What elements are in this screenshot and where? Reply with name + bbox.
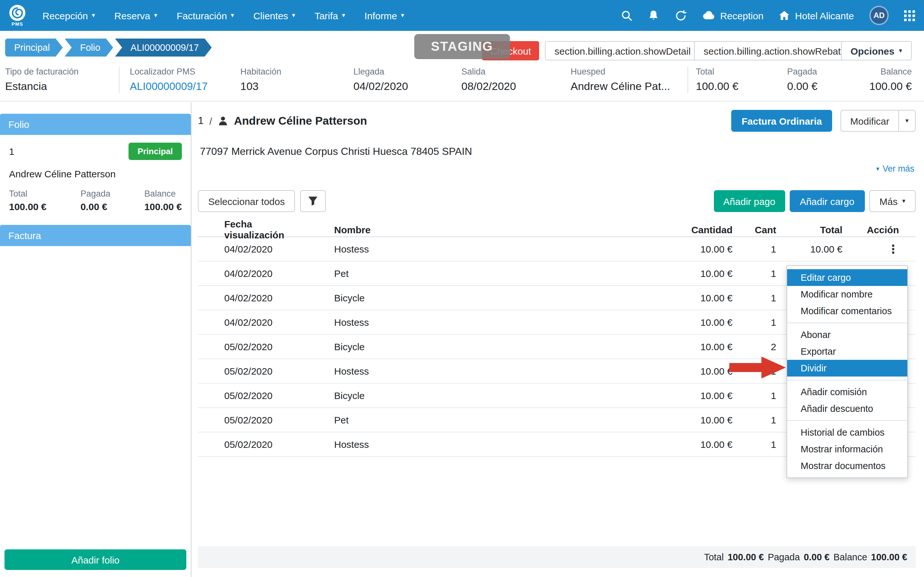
folio-card[interactable]: 1 Principal Andrew Céline Patterson Tota… <box>0 135 191 221</box>
menu-item[interactable]: Reserva ▾ <box>114 10 158 21</box>
show-rebate-button[interactable]: section.billing.action.showRebate <box>694 41 856 60</box>
more-button[interactable]: Más ▾ <box>869 190 916 212</box>
folio-guest-name: Andrew Céline Patterson <box>9 168 182 179</box>
context-menu-item[interactable]: Exportar <box>787 343 907 360</box>
menu-item-label: Reserva <box>114 10 150 21</box>
apps-grid-icon <box>904 10 915 21</box>
funnel-icon <box>308 196 319 206</box>
cell-amount: 10.00 € <box>646 317 732 328</box>
context-menu-item[interactable]: Dividir <box>787 360 907 377</box>
pms-locator-link[interactable]: ALI00000009/17 <box>130 80 240 92</box>
cell-name: Hostess <box>311 243 646 255</box>
footer-paid-value: 0.00 € <box>804 552 830 562</box>
principal-badge: Principal <box>129 143 182 160</box>
cell-name: Hostess <box>311 439 646 450</box>
cell-qty: 1 <box>732 439 776 450</box>
cell-action: ⋮ <box>848 242 916 256</box>
menu-item[interactable]: Facturación ▾ <box>177 10 234 21</box>
footer-paid-label: Pagada <box>768 552 800 562</box>
topbar-right: Reception Hotel Alicante AD <box>620 6 915 25</box>
context-menu-item[interactable]: Abonar <box>787 326 907 343</box>
column-header-action: Acción <box>848 224 916 235</box>
column-header-date: Fecha visualización <box>198 218 311 240</box>
top-navigation-bar: PMS Recepción ▾ Reserva ▾ Facturación ▾ <box>0 0 924 31</box>
select-all-button[interactable]: Seleccionar todos <box>198 190 295 212</box>
cell-amount: 10.00 € <box>646 439 732 450</box>
staging-watermark: STAGING <box>414 34 510 59</box>
context-menu-item[interactable]: Historial de cambios <box>787 424 907 441</box>
factura-section-header[interactable]: Factura <box>0 225 191 246</box>
reception-switcher[interactable]: Reception <box>702 10 763 21</box>
more-button-label: Más <box>879 196 898 206</box>
cell-amount: 10.00 € <box>646 414 732 425</box>
context-menu-item[interactable]: Mostrar información <box>787 441 907 458</box>
folio-total-label: Total <box>9 189 47 198</box>
folio-total-value: 100.00 € <box>144 201 182 212</box>
chevron-down-icon: ▾ <box>902 198 905 204</box>
menu-item[interactable]: Informe ▾ <box>364 10 404 21</box>
cell-total: 10.00 € <box>776 243 848 255</box>
context-menu-item-label: Editar cargo <box>801 272 851 283</box>
add-folio-button[interactable]: Añadir folio <box>5 550 186 570</box>
folio-section-header[interactable]: Folio <box>0 114 191 135</box>
breadcrumb-item-locator[interactable]: ALI00000009/17 <box>115 39 212 56</box>
cloud-icon <box>702 11 715 20</box>
show-detail-button[interactable]: section.billing.action.showDetail <box>545 41 700 60</box>
menu-item[interactable]: Recepción ▾ <box>42 10 95 21</box>
see-more-link[interactable]: ▾ Ver más <box>876 164 914 174</box>
history-icon <box>674 9 687 21</box>
context-menu-item[interactable]: Añadir descuento <box>787 400 907 417</box>
cell-amount: 10.00 € <box>646 268 732 279</box>
cell-date: 05/02/2020 <box>198 414 311 425</box>
row-actions-kebab-icon[interactable]: ⋮ <box>887 243 899 255</box>
folio-sidebar: Folio 1 Principal Andrew Céline Patterso… <box>0 102 192 577</box>
chevron-down-icon: ▾ <box>292 12 295 19</box>
summary-field-room: Habitación 103 <box>240 67 353 93</box>
context-menu-group-edit: Editar cargo Modificar nombre Modificar … <box>787 269 907 319</box>
apps-grid-button[interactable] <box>904 10 915 21</box>
column-header-amount: Cantidad <box>646 224 732 235</box>
factura-ordinaria-button[interactable]: Factura Ordinaria <box>731 110 832 132</box>
pms-logo[interactable]: PMS <box>9 5 26 27</box>
breadcrumb-item-principal[interactable]: Principal <box>5 39 63 56</box>
charges-toolbar-right: Añadir pago Añadir cargo Más ▾ <box>713 190 916 212</box>
person-icon <box>218 116 228 126</box>
search-button[interactable] <box>620 10 632 21</box>
options-button-label: Opciones <box>850 45 895 56</box>
column-header-name: Nombre <box>311 224 646 235</box>
filter-button[interactable] <box>300 190 326 212</box>
breadcrumb: Principal Folio ALI00000009/17 <box>5 39 214 56</box>
menu-item[interactable]: Clientes ▾ <box>253 10 295 21</box>
folio-number: 1 <box>9 146 14 157</box>
add-payment-button[interactable]: Añadir pago <box>713 190 785 212</box>
chevron-down-icon: ▾ <box>899 48 902 54</box>
modify-dropdown-toggle[interactable]: ▾ <box>898 111 915 131</box>
context-menu-item[interactable]: Modificar comentarios <box>787 303 907 319</box>
cell-date: 05/02/2020 <box>198 390 311 401</box>
context-menu-group-info: Historial de cambios Mostrar información… <box>787 420 907 474</box>
cell-qty: 1 <box>732 243 776 255</box>
context-menu-item[interactable]: Modificar nombre <box>787 286 907 303</box>
context-menu-item-label: Añadir descuento <box>801 403 873 414</box>
add-charge-button[interactable]: Añadir cargo <box>789 190 864 212</box>
modify-button[interactable]: Modificar <box>841 111 898 131</box>
column-header-qty: Cant <box>732 224 776 235</box>
guest-actions: Factura Ordinaria Modificar ▾ <box>731 110 916 132</box>
hotel-switcher[interactable]: Hotel Alicante <box>779 10 854 21</box>
table-row[interactable]: 04/02/2020 Hostess 10.00 € 1 10.00 € ⋮ <box>198 237 916 261</box>
bell-icon <box>647 10 659 21</box>
menu-item[interactable]: Tarifa ▾ <box>314 10 345 21</box>
notifications-button[interactable] <box>647 10 659 21</box>
user-avatar[interactable]: AD <box>869 6 889 25</box>
page: PMS Recepción ▾ Reserva ▾ Facturación ▾ <box>0 0 924 577</box>
summary-field-departure: Salida 08/02/2020 <box>461 67 571 93</box>
breadcrumb-item-folio[interactable]: Folio <box>64 39 113 56</box>
context-menu-item[interactable]: Añadir comisión <box>787 384 907 400</box>
history-button[interactable] <box>674 9 687 21</box>
folio-total-label: Pagada <box>80 189 110 198</box>
context-menu-item[interactable]: Mostrar documentos <box>787 458 907 474</box>
options-button[interactable]: Opciones ▾ <box>841 41 912 60</box>
context-menu-item[interactable]: Editar cargo <box>787 269 907 286</box>
footer-total-label: Total <box>704 552 724 562</box>
cell-amount: 10.00 € <box>646 292 732 303</box>
